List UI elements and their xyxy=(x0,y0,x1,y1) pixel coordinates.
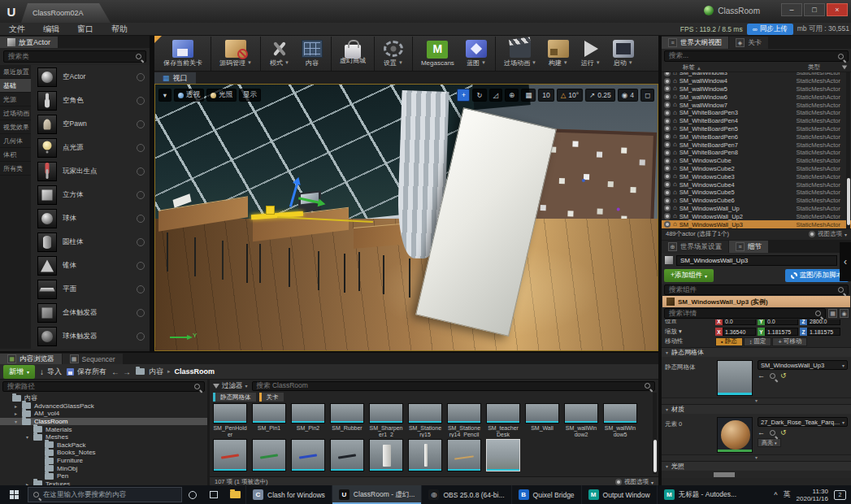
outliner-row[interactable]: ⌂ SM_WhiteBoardPen4 StaticMeshActor xyxy=(662,117,851,125)
back-button[interactable]: ← xyxy=(111,367,119,376)
outliner-row[interactable]: ⌂ SM_WhiteBoardPen5 StaticMeshActor xyxy=(662,125,851,133)
lighting-section-header[interactable]: ▾光照 xyxy=(662,461,851,471)
asset-thumbnail[interactable] xyxy=(252,439,286,471)
asset-tile[interactable]: SM_Pin2 xyxy=(291,403,325,437)
place-item[interactable]: 空Actor xyxy=(31,65,150,89)
filters-button[interactable]: 过滤器▾ xyxy=(213,381,248,391)
tab-sequencer[interactable]: ▦ Sequencer xyxy=(63,354,123,364)
drag-handle-icon[interactable] xyxy=(137,97,145,105)
place-item[interactable]: 圆柱体 xyxy=(31,230,150,254)
place-category[interactable]: 视觉效果 xyxy=(0,120,31,134)
folder-tree-row[interactable]: Pen xyxy=(0,472,207,480)
toolbar-button[interactable]: 运行 ▼ xyxy=(575,37,607,71)
tab-content-browser[interactable]: ▦ 内容浏览器 xyxy=(0,354,62,364)
folder-tree-row[interactable]: BackPack xyxy=(0,441,207,450)
visibility-eye-icon[interactable] xyxy=(664,165,671,172)
sidebar-flyout-tab[interactable]: ‹ xyxy=(840,242,851,281)
location-y-field[interactable]: 0.0 xyxy=(765,319,798,325)
filter-icon[interactable] xyxy=(842,66,847,70)
asset-thumbnail[interactable] xyxy=(291,439,325,471)
place-category[interactable]: 所有类 xyxy=(0,162,31,176)
view-options-button[interactable]: 视图选项▾ xyxy=(809,230,847,238)
toolbar-button[interactable]: 保存当前关卡 ▼ xyxy=(158,37,208,71)
menu-item[interactable]: 文件 xyxy=(0,24,34,35)
project-tab[interactable]: ClassRoom02A xyxy=(21,3,111,23)
asset-thumbnail[interactable] xyxy=(447,439,481,471)
drag-handle-icon[interactable] xyxy=(137,144,145,152)
asset-tile[interactable]: SM_Pin1 xyxy=(252,403,286,437)
close-button[interactable]: × xyxy=(827,3,848,16)
outliner-row[interactable]: ⌂ SM_WindowsWall_Up2 StaticMeshActor xyxy=(662,212,851,220)
material-dropdown[interactable]: 27_Dark_Rose_Teak_Parquet_2a2▾ xyxy=(758,417,848,427)
visibility-eye-icon[interactable] xyxy=(664,78,671,85)
save-all-button[interactable]: 保存所有 xyxy=(67,367,106,377)
visibility-eye-icon[interactable] xyxy=(664,118,671,124)
place-item[interactable]: 球体 xyxy=(31,206,150,230)
asset-tile[interactable]: SM_wallWindow2 xyxy=(564,403,598,437)
tray-expand-caret[interactable]: ^ xyxy=(774,491,777,499)
visibility-eye-icon[interactable] xyxy=(664,205,671,211)
visibility-eye-icon[interactable] xyxy=(664,93,671,100)
minimize-button[interactable]: – xyxy=(781,3,802,16)
visibility-eye-icon[interactable] xyxy=(664,133,671,140)
visibility-eye-icon[interactable] xyxy=(664,221,671,228)
taskbar-search-input[interactable]: 在这里输入你要搜索的内容 xyxy=(28,487,182,502)
folder-tree-row[interactable]: MinObj xyxy=(0,464,207,472)
drag-handle-icon[interactable] xyxy=(137,332,145,341)
asset-search-input[interactable]: 搜索 ClassRoom xyxy=(252,381,655,391)
asset-scrollbar[interactable] xyxy=(653,393,657,474)
asset-thumbnail[interactable] xyxy=(369,439,403,471)
static-mesh-section-header[interactable]: ▾静态网格体 xyxy=(662,347,851,357)
toolbar-button[interactable]: 源码管理 ▼ xyxy=(211,37,258,71)
place-item[interactable]: 空Pawn xyxy=(31,112,150,136)
surface-snap-button[interactable]: ▦ xyxy=(521,89,536,102)
outliner-row[interactable]: ⌂ SM_WindowsWall_Up StaticMeshActor xyxy=(662,205,851,213)
asset-thumbnail[interactable] xyxy=(330,439,364,471)
path-search-input[interactable]: 搜索路径 xyxy=(2,381,205,392)
scale-tool-button[interactable]: ◿ xyxy=(489,89,503,102)
asset-tile[interactable]: SM_Stationery14_Pencil xyxy=(447,403,481,437)
mobility-option-button[interactable]: ▪ 静态 xyxy=(715,337,743,346)
place-item[interactable]: 点光源 xyxy=(31,136,150,159)
location-x-field[interactable]: 0.0 xyxy=(723,319,756,325)
place-category[interactable]: 几何体 xyxy=(0,134,31,148)
forward-button[interactable]: → xyxy=(123,367,131,376)
asset-tile[interactable]: SM_Sharpener1_2 xyxy=(369,403,403,437)
tab-world-outliner[interactable]: ≡ 世界大纲视图 xyxy=(662,37,728,49)
scale-x-field[interactable]: 1.36540 xyxy=(723,328,756,336)
outliner-row[interactable]: ⌂ SM_WindowsCube4 StaticMeshActor xyxy=(662,180,851,189)
place-item[interactable]: 平面 xyxy=(31,277,150,301)
folder-tree-row[interactable]: Books_Notes xyxy=(0,449,207,457)
toolbar-button[interactable]: 蓝图 ▼ xyxy=(460,37,493,71)
visibility-eye-icon[interactable] xyxy=(664,189,671,196)
mobility-option-button[interactable]: + 可移动 xyxy=(772,337,807,346)
outliner-scrollbar[interactable] xyxy=(846,72,850,228)
maximize-viewport-button[interactable]: ◻ xyxy=(640,89,654,102)
expand-arrow-icon[interactable]: ▾ xyxy=(24,434,30,440)
add-component-button[interactable]: +添加组件▾ xyxy=(664,269,714,282)
outliner-row[interactable]: ⌂ SM_WindowsCube3 StaticMeshActor xyxy=(662,172,851,180)
task-view-icon[interactable] xyxy=(203,485,224,504)
folder-tree-row[interactable]: ▸ AdvancedGlassPack xyxy=(0,402,207,411)
perspective-button[interactable]: 透视 xyxy=(174,89,204,102)
browse-to-asset-icon[interactable] xyxy=(770,373,775,379)
file-explorer-icon[interactable] xyxy=(224,485,245,504)
folder-tree-row[interactable]: 内容 xyxy=(0,394,207,402)
place-item[interactable]: 盒体触发器 xyxy=(31,301,150,324)
viewport-options-button[interactable]: ▾ xyxy=(158,89,172,102)
drag-handle-icon[interactable] xyxy=(137,73,145,81)
breadcrumb-root[interactable]: 内容 xyxy=(149,367,163,377)
scale-z-field[interactable]: 1.181575 xyxy=(807,328,840,336)
material-thumbnail[interactable] xyxy=(717,417,753,453)
folder-tree-row[interactable]: ▾ Meshes xyxy=(0,433,207,441)
drag-handle-icon[interactable] xyxy=(137,167,145,176)
asset-tile[interactable]: SM_Wall xyxy=(525,403,559,437)
outliner-row[interactable]: ⌂ SM_WindowsCube5 StaticMeshActor xyxy=(662,189,851,197)
asset-tile[interactable]: SM_teacherDesk xyxy=(486,403,520,437)
toolbar-button[interactable]: 内容 ▼ xyxy=(296,37,328,71)
place-category[interactable]: 体积 xyxy=(0,148,31,162)
location-z-field[interactable]: 2800.0 xyxy=(807,319,840,325)
place-item[interactable]: 球体触发器 xyxy=(31,324,150,348)
visibility-eye-icon[interactable] xyxy=(664,110,671,116)
grid-snap-button[interactable]: 10 xyxy=(538,89,554,102)
